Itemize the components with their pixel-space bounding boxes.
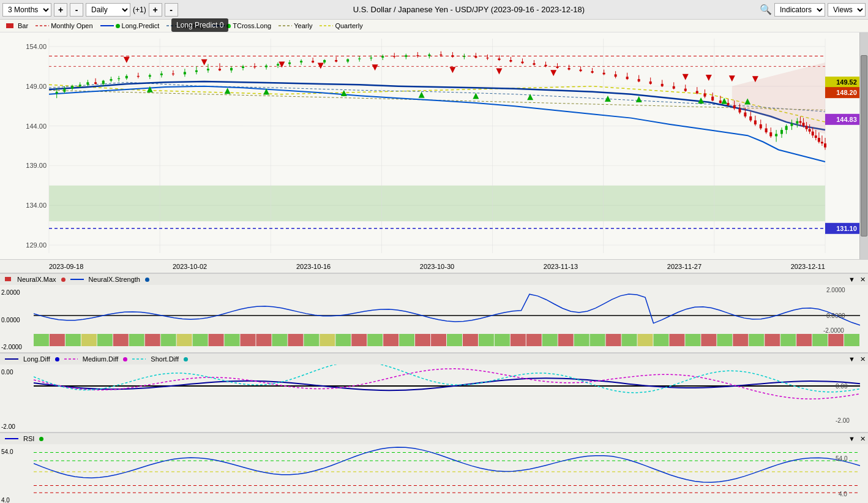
diff-y-labels: 0.00 -2.00 [0, 369, 34, 430]
x-label-1: 2023-09-18 [49, 263, 83, 270]
rsi-panel: RSI ▼ ✕ 54.0 4.0 [0, 432, 868, 503]
timeframe-select[interactable]: 3 Months 1 Day 1 Week 1 Month 6 Months 1… [2, 3, 51, 17]
legend-bar-item: Bar [6, 22, 28, 29]
x-label-4: 2023-10-30 [420, 263, 454, 270]
x-label-2: 2023-10-02 [173, 263, 207, 270]
legend-long-predict: Long.Predict [100, 22, 160, 29]
toolbar: 3 Months 1 Day 1 Week 1 Month 6 Months 1… [0, 0, 868, 20]
neuralx-canvas[interactable] [34, 285, 860, 346]
rsi-y-labels: 54.0 4.0 [0, 448, 34, 503]
neuralx-y-labels: 2.0000 0.0000 -2.0000 [0, 289, 34, 350]
svg-rect-0 [6, 23, 13, 28]
diff-canvas[interactable] [34, 365, 860, 426]
main-chart-canvas[interactable] [0, 32, 868, 259]
legend-popup: Long Predict 0 [171, 18, 228, 32]
rsi-header: RSI ▼ ✕ [0, 433, 868, 444]
zoom-out-button[interactable]: - [70, 3, 83, 17]
short-diff-label: Short.Diff [151, 355, 179, 363]
inc-minus-button[interactable]: - [165, 3, 178, 17]
diff-controls: ▼ ✕ [848, 355, 866, 363]
svg-rect-7 [5, 277, 11, 281]
neuralx-close-icon[interactable]: ✕ [860, 276, 866, 284]
main-chart-wrapper [0, 32, 868, 259]
diff-close-icon[interactable]: ✕ [860, 355, 866, 363]
main-scrollbar[interactable] [859, 32, 868, 259]
neuralx-max-label: NeuralX.Max [17, 276, 56, 283]
zoom-in-button[interactable]: + [54, 3, 67, 17]
diff-header: Long.Diff Medium.Diff Short.Diff ▼ ✕ [0, 354, 868, 365]
legend-yearly: Yearly [279, 22, 312, 29]
neuralx-strength-label: NeuralX.Strength [89, 276, 140, 283]
main-chart-legend: Bar Monthly Open Long.Predict Weekly TCr… [0, 20, 868, 32]
neuralx-controls: ▼ ✕ [848, 276, 866, 284]
rsi-canvas[interactable] [34, 444, 860, 499]
x-label-6: 2023-11-27 [667, 263, 702, 270]
search-icon[interactable]: 🔍 [760, 4, 772, 15]
rsi-close-icon[interactable]: ✕ [860, 435, 866, 443]
diff-collapse-icon[interactable]: ▼ [848, 355, 855, 363]
x-label-3: 2023-10-16 [296, 263, 331, 270]
views-select[interactable]: Views [828, 3, 866, 17]
neuralx-panel: NeuralX.Max NeuralX.Strength ▼ ✕ 2.0000 … [0, 273, 868, 352]
inc-plus-button[interactable]: + [149, 3, 162, 17]
rsi-collapse-icon[interactable]: ▼ [848, 435, 855, 443]
x-label-7: 2023-12-11 [791, 263, 825, 270]
period-select[interactable]: Daily Weekly Monthly [86, 3, 130, 17]
main-chart-container: Bar Monthly Open Long.Predict Weekly TCr… [0, 20, 868, 273]
neuralx-header: NeuralX.Max NeuralX.Strength ▼ ✕ [0, 274, 868, 285]
medium-diff-label: Medium.Diff [83, 355, 118, 363]
chart-title: U.S. Dollar / Japanese Yen - USD/JPY (20… [181, 5, 757, 14]
toolbar-right: Indicators Views [774, 3, 866, 17]
x-label-5: 2023-11-13 [544, 263, 578, 270]
legend-quarterly: Quarterly [320, 22, 362, 29]
indicators-select[interactable]: Indicators [774, 3, 825, 17]
increment-label: (+1) [133, 6, 146, 14]
rsi-label: RSI [23, 435, 34, 442]
legend-monthly-open: Monthly Open [36, 22, 92, 29]
long-diff-label: Long.Diff [23, 355, 50, 363]
diff-panel: Long.Diff Medium.Diff Short.Diff ▼ ✕ 0.0… [0, 352, 868, 432]
neuralx-collapse-icon[interactable]: ▼ [848, 276, 855, 284]
x-axis: 2023-09-18 2023-10-02 2023-10-16 2023-10… [0, 259, 868, 273]
rsi-controls: ▼ ✕ [848, 435, 866, 443]
